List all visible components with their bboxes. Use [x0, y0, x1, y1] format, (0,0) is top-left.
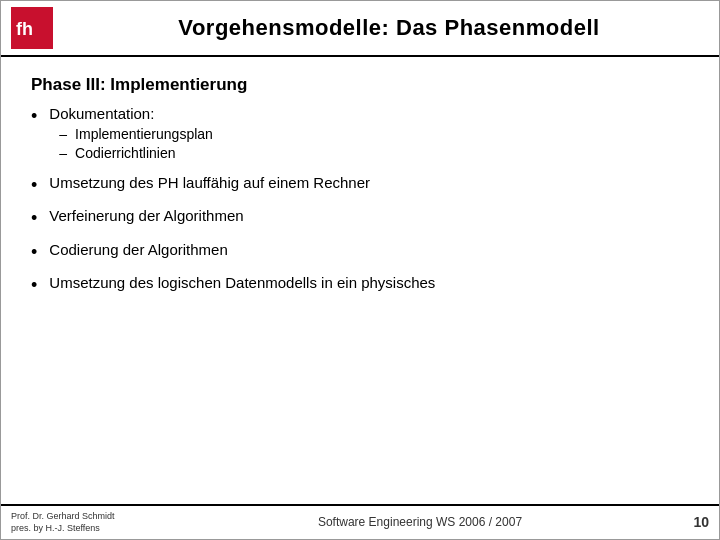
list-item: • Dokumentation: – Implementierungsplan … [31, 105, 689, 164]
logo: fh [11, 7, 53, 49]
header: fh Vorgehensmodelle: Das Phasenmodell [1, 1, 719, 57]
sub-list: – Implementierungsplan – Codierrichtlini… [49, 126, 213, 161]
footer-author-line1: Prof. Dr. Gerhard Schmidt [11, 510, 171, 523]
list-item: • Verfeinerung der Algorithmen [31, 207, 689, 230]
header-title: Vorgehensmodelle: Das Phasenmodell [69, 15, 709, 41]
footer-left: Prof. Dr. Gerhard Schmidt pres. by H.-J.… [11, 510, 171, 535]
content-area: Phase III: Implementierung • Dokumentati… [1, 57, 719, 504]
bullet-text: Umsetzung des logischen Datenmodells in … [49, 274, 435, 291]
bullet-text: Codierung der Algorithmen [49, 241, 227, 258]
dash-icon: – [59, 145, 67, 161]
dash-icon: – [59, 126, 67, 142]
sub-item-text: Implementierungsplan [75, 126, 213, 142]
phase-title: Phase III: Implementierung [31, 75, 689, 95]
bullet-text: Umsetzung des PH lauffähig auf einem Rec… [49, 174, 370, 191]
list-item: • Codierung der Algorithmen [31, 241, 689, 264]
bullet-icon: • [31, 241, 37, 264]
sub-list-item: – Implementierungsplan [59, 126, 213, 142]
list-item: • Umsetzung des PH lauffähig auf einem R… [31, 174, 689, 197]
bullet-text: Verfeinerung der Algorithmen [49, 207, 243, 224]
bullet-text: Dokumentation: [49, 105, 154, 122]
footer-center: Software Engineering WS 2006 / 2007 [171, 515, 669, 529]
bullet-icon: • [31, 105, 37, 128]
bullet-content: Dokumentation: – Implementierungsplan – … [49, 105, 213, 164]
footer: Prof. Dr. Gerhard Schmidt pres. by H.-J.… [1, 504, 719, 539]
bullet-icon: • [31, 274, 37, 297]
sub-list-item: – Codierrichtlinien [59, 145, 213, 161]
list-item: • Umsetzung des logischen Datenmodells i… [31, 274, 689, 297]
footer-author-line2: pres. by H.-J. Steffens [11, 522, 171, 535]
bullet-icon: • [31, 174, 37, 197]
sub-item-text: Codierrichtlinien [75, 145, 175, 161]
slide-container: fh Vorgehensmodelle: Das Phasenmodell Ph… [0, 0, 720, 540]
footer-page-number: 10 [669, 514, 709, 530]
bullet-icon: • [31, 207, 37, 230]
svg-text:fh: fh [16, 19, 33, 39]
main-bullet-list: • Dokumentation: – Implementierungsplan … [31, 105, 689, 298]
